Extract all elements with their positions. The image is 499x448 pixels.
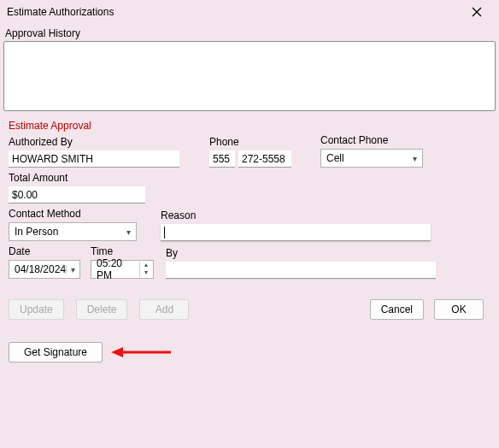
get-signature-button[interactable]: Get Signature xyxy=(9,342,103,363)
date-label: Date xyxy=(9,245,87,258)
reason-input[interactable] xyxy=(161,224,431,241)
annotation-arrow xyxy=(111,345,171,359)
time-input[interactable]: 05:20 PM ▴ ▾ xyxy=(91,260,154,279)
window-title: Estimate Authorizations xyxy=(7,6,114,18)
delete-button[interactable]: Delete xyxy=(76,299,128,320)
total-amount-label: Total Amount xyxy=(9,171,154,185)
contact-method-select[interactable]: In Person ▾ xyxy=(9,222,137,241)
date-value: 04/18/2024 xyxy=(15,263,66,275)
chevron-down-icon: ▾ xyxy=(122,227,134,237)
reason-label: Reason xyxy=(161,209,439,222)
title-bar: Estimate Authorizations xyxy=(0,0,499,24)
contact-method-label: Contact Method xyxy=(9,207,154,221)
cancel-button[interactable]: Cancel xyxy=(370,299,424,320)
close-icon xyxy=(472,7,482,17)
approval-history-box[interactable] xyxy=(3,41,496,111)
add-button[interactable]: Add xyxy=(139,299,189,320)
contact-method-value: In Person xyxy=(15,226,58,238)
text-caret xyxy=(164,227,165,239)
calendar-dropdown-icon: ▾ xyxy=(66,265,78,274)
authorized-by-label: Authorized By xyxy=(9,135,188,149)
estimate-approval-heading: Estimate Approval xyxy=(0,111,499,132)
chevron-down-icon: ▾ xyxy=(408,154,420,163)
arrow-left-icon xyxy=(111,345,171,359)
authorized-by-input[interactable] xyxy=(9,150,179,168)
time-label: Time xyxy=(91,245,162,258)
by-label: By xyxy=(166,246,439,260)
spinner-down-icon: ▾ xyxy=(140,269,151,277)
svg-marker-3 xyxy=(111,347,123,357)
time-value: 05:20 PM xyxy=(97,257,139,281)
form-area: Authorized By Phone Contact Phone Cell ▾… xyxy=(0,132,499,279)
phone-number-input[interactable] xyxy=(238,150,291,168)
close-button[interactable] xyxy=(461,2,492,22)
date-input[interactable]: 04/18/2024 ▾ xyxy=(9,260,80,279)
contact-phone-label: Contact Phone xyxy=(320,133,431,147)
contact-phone-value: Cell xyxy=(326,152,344,164)
by-input[interactable] xyxy=(166,262,436,279)
time-spinner[interactable]: ▴ ▾ xyxy=(139,262,151,277)
phone-area-input[interactable] xyxy=(209,150,235,168)
update-button[interactable]: Update xyxy=(9,299,64,320)
approval-history-label: Approval History xyxy=(0,24,499,41)
contact-phone-select[interactable]: Cell ▾ xyxy=(320,149,423,168)
phone-label: Phone xyxy=(209,135,303,149)
ok-button[interactable]: OK xyxy=(434,299,484,320)
total-amount-input[interactable] xyxy=(9,186,145,203)
